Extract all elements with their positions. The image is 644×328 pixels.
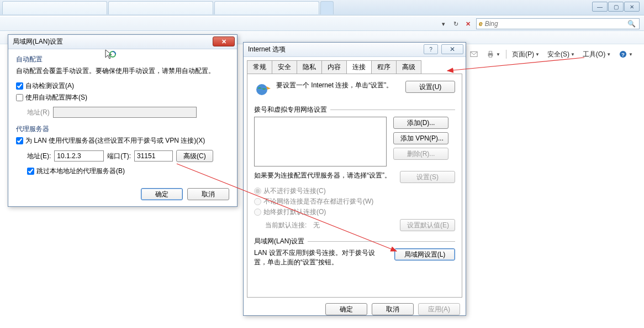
help-icon: ? bbox=[619, 50, 627, 59]
use-proxy-checkbox[interactable] bbox=[16, 137, 23, 144]
setup-text: 要设置一个 Internet 连接，单击“设置”。 bbox=[276, 81, 401, 90]
printer-icon bbox=[486, 50, 495, 59]
current-default-label: 当前默认连接: bbox=[265, 221, 307, 230]
window-controls: — ▢ ✕ bbox=[592, 2, 640, 12]
tab-general[interactable]: 常规 bbox=[247, 60, 272, 74]
page-menu[interactable]: 页面(P) ▼ bbox=[510, 49, 542, 60]
safety-menu[interactable]: 安全(S) ▼ bbox=[545, 49, 577, 60]
auto-detect-label: 自动检测设置(A) bbox=[25, 81, 74, 91]
auto-detect-checkbox[interactable] bbox=[16, 82, 23, 90]
mail-icon bbox=[469, 50, 478, 59]
bypass-local-label: 跳过本地地址的代理服务器(B) bbox=[36, 166, 125, 176]
refresh-icon[interactable]: ↻ bbox=[451, 19, 461, 29]
bing-icon: e bbox=[479, 20, 483, 28]
browser-tab[interactable] bbox=[2, 1, 107, 14]
lan-ok-button[interactable]: 确定 bbox=[141, 188, 183, 200]
add-vpn-button[interactable]: 添加 VPN(P)... bbox=[393, 132, 448, 144]
internet-options-title: Internet 选项 bbox=[248, 45, 286, 54]
globe-icon bbox=[254, 81, 272, 98]
search-input[interactable] bbox=[485, 20, 637, 28]
use-script-label: 使用自动配置脚本(S) bbox=[25, 93, 87, 102]
connections-listbox[interactable] bbox=[254, 117, 387, 166]
tab-connections[interactable]: 连接 bbox=[346, 60, 372, 74]
proxy-address-label: 地址(E): bbox=[27, 152, 51, 161]
io-apply-button[interactable]: 应用(A) bbox=[418, 303, 460, 315]
tab-advanced[interactable]: 高级 bbox=[396, 60, 421, 74]
lan-settings-title: 局域网(LAN)设置 bbox=[13, 37, 63, 46]
dropdown-icon[interactable]: ▾ bbox=[439, 19, 448, 29]
print-button[interactable]: ▼ bbox=[484, 49, 503, 60]
help-button[interactable]: ? bbox=[424, 44, 438, 54]
nav-icons: ▾ ↻ ✕ bbox=[439, 19, 473, 29]
proxy-note: 如果要为连接配置代理服务器，请选择“设置”。 bbox=[254, 171, 393, 180]
separator bbox=[506, 50, 506, 59]
browser-tab[interactable] bbox=[108, 1, 213, 14]
dialup-section-label: 拨号和虚拟专用网络设置 bbox=[254, 105, 455, 114]
radio-always-dial[interactable] bbox=[254, 209, 261, 216]
close-button[interactable]: ✕ bbox=[441, 44, 463, 54]
lan-settings-footer: 确定 取消 bbox=[8, 184, 237, 208]
help-menu[interactable]: ? ▼ bbox=[616, 49, 635, 60]
setup-button[interactable]: 设置(U) bbox=[405, 81, 455, 93]
mail-button[interactable] bbox=[467, 49, 481, 60]
connections-panel: 要设置一个 Internet 连接，单击“设置”。 设置(U) 拨号和虚拟专用网… bbox=[247, 74, 462, 298]
connection-settings-button[interactable]: 设置(S) bbox=[400, 171, 455, 183]
proxy-address-input[interactable] bbox=[54, 150, 104, 162]
internet-options-titlebar: Internet 选项 ? ✕ bbox=[244, 43, 466, 57]
internet-options-dialog: Internet 选项 ? ✕ 常规 安全 隐私 内容 连接 程序 高级 要设置… bbox=[243, 42, 466, 316]
io-ok-button[interactable]: 确定 bbox=[325, 303, 367, 315]
proxy-port-label: 端口(T): bbox=[107, 152, 131, 161]
tab-programs[interactable]: 程序 bbox=[371, 60, 397, 74]
lan-settings-dialog: 局域网(LAN)设置 ✕ 自动配置 自动配置会覆盖手动设置。要确保使用手动设置，… bbox=[8, 34, 237, 207]
lan-settings-button[interactable]: 局域网设置(L) bbox=[394, 248, 455, 261]
tab-privacy[interactable]: 隐私 bbox=[297, 60, 322, 74]
svg-text:?: ? bbox=[621, 51, 625, 58]
internet-options-footer: 确定 取消 应用(A) bbox=[244, 301, 466, 321]
auto-config-desc: 自动配置会覆盖手动设置。要确保使用手动设置，请禁用自动配置。 bbox=[16, 66, 229, 76]
proxy-group-title: 代理服务器 bbox=[16, 124, 229, 134]
remove-button[interactable]: 删除(R)... bbox=[393, 148, 448, 160]
lan-note: LAN 设置不应用到拨号连接。对于拨号设置，单击上面的“设置”按钮。 bbox=[254, 248, 388, 267]
svg-rect-5 bbox=[489, 55, 492, 58]
use-proxy-label: 为 LAN 使用代理服务器(这些设置不用于拨号或 VPN 连接)(X) bbox=[25, 136, 205, 145]
io-cancel-button[interactable]: 取消 bbox=[372, 303, 414, 315]
auto-config-title: 自动配置 bbox=[16, 55, 229, 64]
stop-icon[interactable]: ✕ bbox=[463, 19, 473, 29]
lan-cancel-button[interactable]: 取消 bbox=[187, 188, 229, 200]
bypass-local-checkbox[interactable] bbox=[27, 168, 34, 175]
svg-point-8 bbox=[256, 84, 267, 95]
proxy-port-input[interactable] bbox=[134, 150, 173, 162]
close-button[interactable]: ✕ bbox=[213, 37, 235, 46]
radio-never-dial[interactable] bbox=[254, 188, 261, 195]
set-default-button[interactable]: 设置默认值(E) bbox=[400, 219, 455, 231]
script-address-label: 地址(R) bbox=[27, 108, 50, 117]
maximize-button[interactable]: ▢ bbox=[608, 2, 624, 12]
tab-content[interactable]: 内容 bbox=[321, 60, 347, 74]
new-tab-button[interactable] bbox=[320, 1, 334, 14]
page-menu-label: 页面(P) bbox=[512, 50, 534, 59]
browser-tabs bbox=[2, 1, 334, 14]
safety-menu-label: 安全(S) bbox=[547, 50, 569, 59]
svg-rect-4 bbox=[489, 51, 492, 54]
lan-section-label: 局域网(LAN)设置 bbox=[254, 237, 455, 246]
use-script-checkbox[interactable] bbox=[16, 94, 23, 101]
browser-tab[interactable] bbox=[214, 1, 319, 14]
window-close-button[interactable]: ✕ bbox=[624, 2, 640, 12]
search-icon[interactable]: 🔍 bbox=[627, 20, 636, 28]
current-default-value: 无 bbox=[313, 221, 320, 230]
address-search-row: ▾ ↻ ✕ e 🔍 bbox=[0, 17, 644, 31]
window-chrome: — ▢ ✕ bbox=[0, 0, 644, 15]
minimize-button[interactable]: — bbox=[592, 2, 608, 12]
radio-dial-whenever[interactable] bbox=[254, 198, 261, 205]
lan-settings-titlebar: 局域网(LAN)设置 ✕ bbox=[8, 35, 237, 49]
tools-menu-label: 工具(O) bbox=[583, 50, 605, 59]
tab-security[interactable]: 安全 bbox=[272, 60, 297, 74]
add-button[interactable]: 添加(D)... bbox=[393, 117, 448, 129]
script-address-input bbox=[53, 107, 197, 118]
internet-options-tabs: 常规 安全 隐私 内容 连接 程序 高级 bbox=[247, 60, 462, 74]
search-box[interactable]: e 🔍 bbox=[476, 18, 640, 29]
proxy-advanced-button[interactable]: 高级(C) bbox=[176, 150, 213, 162]
lan-settings-body: 自动配置 自动配置会覆盖手动设置。要确保使用手动设置，请禁用自动配置。 自动检测… bbox=[8, 49, 237, 184]
tools-menu[interactable]: 工具(O) ▼ bbox=[580, 49, 613, 60]
